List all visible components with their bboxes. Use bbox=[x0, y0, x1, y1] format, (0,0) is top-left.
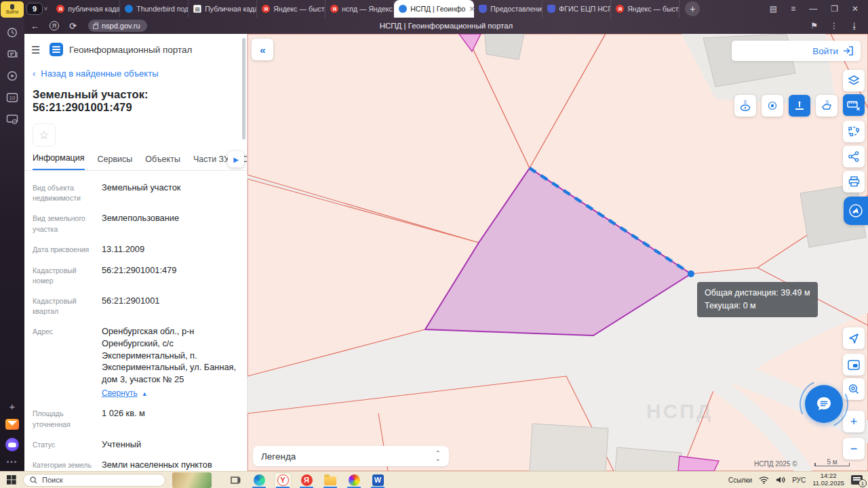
alice-assistant-icon[interactable] bbox=[5, 438, 19, 451]
language-indicator[interactable]: РУС bbox=[792, 476, 806, 484]
tabs-scroll-right-button[interactable]: ▶ bbox=[228, 151, 244, 167]
screencast-icon[interactable] bbox=[5, 113, 19, 126]
speaker-icon[interactable] bbox=[776, 476, 785, 484]
map-login-bar[interactable]: Войти bbox=[732, 41, 861, 61]
attribute-row-address: Адрес Оренбургская обл., р-н Оренбургски… bbox=[33, 325, 237, 399]
tab-active-nspd[interactable]: НСПД | Геоинфо ✕ bbox=[394, 0, 474, 18]
refresh-button[interactable]: ⟳ bbox=[69, 21, 77, 31]
history-icon[interactable] bbox=[5, 26, 19, 39]
tab[interactable]: Янспд — Яндекс: наш bbox=[326, 0, 394, 18]
svg-text:10: 10 bbox=[9, 95, 16, 101]
new-tab-button[interactable]: + bbox=[685, 1, 700, 16]
legend-bar[interactable]: Легенда ⌃⌄ bbox=[253, 446, 449, 466]
add-panel-icon[interactable]: + bbox=[9, 401, 16, 412]
panel-scrollbar[interactable] bbox=[242, 38, 245, 140]
tab[interactable]: Thunderbird поддер bbox=[120, 0, 189, 18]
chat-fab-button[interactable] bbox=[805, 385, 843, 423]
tab[interactable]: Предоставление со bbox=[474, 0, 542, 18]
back-to-results-link[interactable]: ‹ Назад в найденные объекты bbox=[24, 56, 247, 79]
measure-distance-button[interactable] bbox=[789, 95, 810, 117]
measure-point-button[interactable] bbox=[762, 95, 783, 117]
yandex-browser-app-button[interactable]: Y bbox=[274, 472, 292, 488]
close-button[interactable]: ✕ bbox=[852, 4, 859, 14]
attribute-label: Статус bbox=[33, 439, 102, 451]
feedback-panel-button[interactable] bbox=[844, 197, 868, 225]
minimize-button[interactable]: — bbox=[809, 4, 817, 14]
back-button[interactable]: ← bbox=[31, 21, 39, 31]
layers-button[interactable] bbox=[843, 70, 865, 92]
menu-icon[interactable]: ☰ bbox=[31, 45, 43, 55]
start-button[interactable] bbox=[0, 475, 23, 485]
more-options-icon[interactable]: ⋮ bbox=[830, 21, 838, 30]
tab-services[interactable]: Сервисы bbox=[98, 155, 133, 170]
url-field[interactable]: nspd.gov.ru bbox=[88, 20, 147, 32]
measure-endpoint bbox=[688, 270, 694, 277]
chevron-up-icon: ▲ bbox=[142, 390, 148, 397]
yandex-app-button[interactable]: Я bbox=[298, 472, 315, 488]
minimap-button[interactable] bbox=[843, 354, 865, 375]
geolocate-button[interactable] bbox=[843, 327, 865, 349]
rail-more-icon[interactable]: ••• bbox=[7, 458, 18, 466]
map-scale-bar: 5 м bbox=[814, 458, 850, 466]
select-area-button[interactable] bbox=[843, 121, 865, 142]
browser-menu-icon[interactable]: ≡ bbox=[791, 4, 795, 14]
tab-title: Яндекс — быстрый bbox=[627, 5, 679, 13]
zoom-out-button[interactable]: − bbox=[843, 438, 865, 460]
folder-icon bbox=[324, 476, 336, 485]
thunderbird-favicon bbox=[125, 5, 133, 13]
tab-strip: Япубличная кадастр Thunderbird поддер ▤П… bbox=[52, 0, 766, 18]
tab[interactable]: ФГИС ЕЦП НСПД bbox=[542, 0, 611, 18]
photos-app-button[interactable] bbox=[345, 472, 363, 488]
restore-button[interactable]: ❐ bbox=[831, 4, 838, 14]
clock[interactable]: 14:22 11.02.2025 bbox=[812, 472, 844, 487]
notes-icon[interactable] bbox=[5, 47, 19, 61]
wifi-icon[interactable] bbox=[759, 476, 769, 484]
measure-circle-button[interactable]: S bbox=[734, 95, 756, 117]
side-panels-icon[interactable]: ▤ bbox=[770, 4, 777, 14]
measure-area-button[interactable]: S bbox=[816, 95, 837, 117]
file-explorer-button[interactable] bbox=[321, 472, 339, 488]
tab-close-icon[interactable]: ✕ bbox=[469, 5, 474, 14]
voice-login-badge[interactable]: Войти bbox=[1, 1, 24, 18]
yandex-button[interactable]: Я bbox=[50, 21, 59, 30]
tab[interactable]: ▤Публичная кадастр bbox=[189, 0, 257, 18]
edge-app-button[interactable] bbox=[250, 472, 268, 488]
bookmark-icon[interactable]: ⚑ bbox=[810, 21, 818, 30]
attribute-label: Вид земельного участка bbox=[33, 212, 102, 234]
taskbar-search-input[interactable]: Поиск bbox=[23, 474, 165, 487]
measure-tool-button[interactable] bbox=[843, 94, 865, 116]
collapse-panel-button[interactable]: « bbox=[252, 39, 273, 60]
share-button[interactable] bbox=[843, 146, 865, 167]
tab-objects[interactable]: Объекты bbox=[145, 155, 180, 170]
map-canvas[interactable]: НСПД « Войти S S bbox=[248, 34, 868, 471]
star-icon: ☆ bbox=[39, 128, 49, 142]
panel-tabs: Информация Сервисы Объекты Части ЗУ Сост… bbox=[24, 146, 247, 171]
tab[interactable]: ЯЯндекс — быстрый bbox=[257, 0, 326, 18]
task-view-icon bbox=[231, 476, 241, 485]
tab[interactable]: ЯЯндекс — быстрый bbox=[611, 0, 679, 18]
notification-center-button[interactable]: 1 bbox=[851, 475, 863, 485]
print-button[interactable] bbox=[843, 171, 865, 192]
collapse-address-link[interactable]: Свернуть bbox=[102, 388, 138, 399]
tab-counter[interactable]: 9 ˅ bbox=[26, 3, 47, 15]
favorite-star-button[interactable]: ☆ bbox=[33, 123, 56, 146]
app-title: Геоинформационный портал bbox=[69, 45, 192, 55]
weather-widget-thumbnail[interactable] bbox=[172, 472, 212, 488]
tab-parcel-parts[interactable]: Части ЗУ bbox=[193, 155, 229, 170]
yandex-mail-icon[interactable] bbox=[5, 419, 19, 430]
nspd-favicon bbox=[399, 5, 407, 13]
word-app-button[interactable]: W bbox=[369, 472, 387, 488]
links-toolbar-label[interactable]: Ссылки bbox=[728, 476, 752, 484]
task-view-button[interactable] bbox=[226, 472, 244, 488]
video-icon[interactable] bbox=[5, 69, 19, 83]
attribute-value: Землепользование bbox=[102, 212, 179, 234]
yandex-favicon: Я bbox=[330, 5, 338, 13]
tab[interactable]: Япубличная кадастр bbox=[52, 0, 120, 18]
yandex-browser-icon: Y bbox=[277, 474, 289, 486]
nspd-watermark: НСПД bbox=[646, 400, 713, 423]
notification-count-badge: 1 bbox=[859, 479, 867, 487]
tab-information[interactable]: Информация bbox=[33, 153, 85, 170]
download-icon[interactable]: ⭳ bbox=[850, 21, 859, 30]
tabs-count-icon[interactable]: 10 bbox=[5, 91, 19, 104]
nspd-logo-icon[interactable] bbox=[50, 43, 63, 56]
